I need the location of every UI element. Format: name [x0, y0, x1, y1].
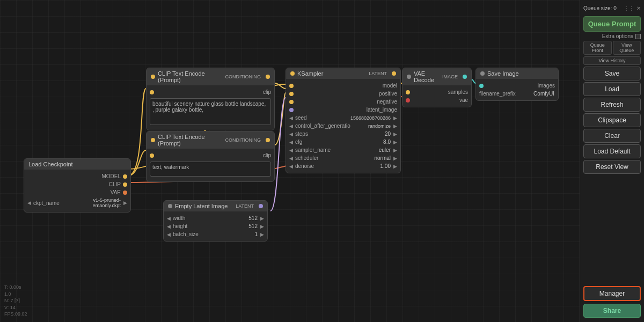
node-load-checkpoint-body: MODEL CLIP VAE ◀ ckpt_name v1-5-pruned-e…: [24, 170, 130, 212]
node-load-checkpoint-header: Load Checkpoint: [24, 159, 130, 170]
node-port-model: MODEL: [24, 172, 130, 180]
queue-view-row: Queue Front View Queue: [583, 41, 641, 55]
cfg-arrow-left[interactable]: ◀: [288, 140, 294, 145]
node-ksampler: KSampler LATENT model positive negative …: [286, 68, 401, 173]
height-arrow-left[interactable]: ◀: [166, 224, 172, 229]
steps-row: ◀ steps 20 ▶: [286, 130, 400, 138]
refresh-button[interactable]: Refresh: [583, 98, 641, 112]
control-arrow-right[interactable]: ▶: [392, 123, 398, 129]
node-clip-positive: CLIP Text Encode (Prompt) CONDITIONING c…: [146, 68, 275, 130]
node-empty-latent-title: Empty Latent Image: [175, 203, 228, 209]
node-clip-negative: CLIP Text Encode (Prompt) CONDITIONING c…: [146, 131, 275, 182]
extra-options-checkbox[interactable]: [635, 34, 641, 39]
steps-arrow-left[interactable]: ◀: [288, 131, 294, 137]
node-clip-negative-header: CLIP Text Encode (Prompt) CONDITIONING: [147, 131, 274, 149]
node-vae-decode-title: VAE Decode: [414, 70, 440, 83]
node-empty-latent: Empty Latent Image LATENT ◀ width 512 ▶ …: [163, 200, 268, 241]
clipspace-button[interactable]: Clipspace: [583, 113, 641, 127]
sampler-arrow-right[interactable]: ▶: [392, 148, 398, 153]
status-line2: 1.0: [4, 291, 27, 298]
clear-button[interactable]: Clear: [583, 129, 641, 143]
status-line3: N: 7 [7]: [4, 297, 27, 304]
status-line4: V: 14: [4, 304, 27, 311]
load-default-button[interactable]: Load Default: [583, 144, 641, 158]
node-ckpt-row: ◀ ckpt_name v1-5-pruned-emaonly.ckpt ▶: [24, 196, 130, 209]
node-clip-positive-header: CLIP Text Encode (Prompt) CONDITIONING: [147, 68, 274, 85]
vae-decode-dot: [407, 75, 411, 79]
seed-arrow-left[interactable]: ◀: [288, 115, 294, 121]
negative-prompt-text[interactable]: text, watermark: [150, 162, 271, 177]
ks-positive-dot: [289, 92, 294, 96]
port-conditioning-out-dot-pos: [266, 75, 270, 79]
port-latent-out-dot: [259, 204, 263, 208]
node-port-vae: VAE: [24, 188, 130, 196]
extra-options-label: Extra options: [602, 33, 633, 39]
node-clip-negative-title: CLIP Text Encode (Prompt): [158, 134, 223, 147]
width-arrow-left[interactable]: ◀: [166, 216, 172, 221]
port-vae-dot: [123, 191, 127, 195]
node-clip-positive-body: clip beautiful scenery nature glass bott…: [147, 85, 274, 130]
node-load-checkpoint-title: Load Checkpoint: [28, 161, 73, 167]
view-history-button[interactable]: View History: [583, 56, 641, 65]
batch-arrow-right[interactable]: ▶: [259, 232, 265, 237]
vae-samples-dot: [406, 90, 410, 94]
height-row: ◀ height 512 ▶: [164, 222, 267, 230]
seed-arrow-right[interactable]: ▶: [392, 115, 398, 121]
denoise-row: ◀ denoise 1.00 ▶: [286, 162, 400, 170]
sampler-row: ◀ sampler_name euler ▶: [286, 146, 400, 154]
cfg-arrow-right[interactable]: ▶: [392, 140, 398, 145]
node-empty-latent-body: ◀ width 512 ▶ ◀ height 512 ▶ ◀ batch_siz…: [164, 211, 267, 241]
save-button[interactable]: Save: [583, 67, 641, 80]
node-save-image-title: Save Image: [487, 70, 519, 77]
node-clip-positive-title: CLIP Text Encode (Prompt): [158, 70, 223, 83]
positive-prompt-text[interactable]: beautiful scenery nature glass bottle la…: [150, 98, 271, 125]
sampler-arrow-left[interactable]: ◀: [288, 148, 294, 153]
queue-size-label: Queue size: 0: [583, 5, 617, 11]
manager-button[interactable]: Manager: [583, 286, 641, 301]
scheduler-arrow-right[interactable]: ▶: [392, 156, 398, 161]
queue-icons: ⋮⋮ ✕: [624, 5, 641, 11]
node-empty-latent-header: Empty Latent Image LATENT: [164, 201, 267, 211]
port-clip-in-dot-neg: [151, 138, 155, 142]
node-save-image: Save Image images filename_prefix ComfyU…: [475, 68, 559, 101]
node-vae-decode-header: VAE Decode IMAGE: [402, 68, 471, 85]
reset-view-button[interactable]: Reset View: [583, 160, 641, 174]
node-vae-decode-body: samples vae: [402, 85, 471, 107]
node-clip-negative-body: clip text, watermark: [147, 149, 274, 181]
clip-in-port: [150, 90, 154, 94]
ckpt-arrow-left[interactable]: ◀: [26, 200, 32, 206]
ksampler-dot: [290, 71, 295, 76]
control-arrow-left[interactable]: ◀: [288, 123, 294, 129]
height-arrow-right[interactable]: ▶: [259, 224, 265, 229]
spacer: [583, 175, 641, 282]
denoise-arrow-right[interactable]: ▶: [392, 164, 398, 169]
right-panel: Queue size: 0 ⋮⋮ ✕ Queue Prompt Extra op…: [580, 0, 644, 322]
cfg-row: ◀ cfg 8.0 ▶: [286, 138, 400, 146]
scheduler-row: ◀ scheduler normal ▶: [286, 154, 400, 162]
ks-negative-dot: [289, 100, 294, 104]
queue-prompt-button[interactable]: Queue Prompt: [583, 16, 641, 32]
queue-front-button[interactable]: Queue Front: [583, 41, 612, 55]
control-row: ◀ control_after_generatio randomize ▶: [286, 122, 400, 130]
view-queue-button[interactable]: View Queue: [613, 41, 641, 55]
queue-header: Queue size: 0 ⋮⋮ ✕: [583, 4, 641, 12]
share-button[interactable]: Share: [583, 304, 641, 318]
batch-arrow-left[interactable]: ◀: [166, 232, 172, 237]
port-image-out-dot: [463, 75, 467, 79]
width-arrow-right[interactable]: ▶: [259, 216, 265, 221]
load-button[interactable]: Load: [583, 82, 641, 96]
clip-in-port-neg: [150, 153, 154, 158]
port-model-dot: [123, 174, 127, 179]
close-icon[interactable]: ✕: [636, 5, 641, 11]
save-images-dot: [479, 84, 484, 88]
ks-model-dot: [289, 84, 294, 88]
scheduler-arrow-left[interactable]: ◀: [288, 156, 294, 161]
empty-latent-dot: [168, 204, 172, 208]
port-latent-out-ks: [392, 71, 396, 76]
port-conditioning-out-dot-neg: [266, 138, 270, 142]
ckpt-arrow-right[interactable]: ▶: [122, 200, 128, 206]
extra-options-row: Extra options: [583, 33, 641, 39]
denoise-arrow-left[interactable]: ◀: [288, 164, 294, 169]
steps-arrow-right[interactable]: ▶: [392, 131, 398, 137]
ks-latent-dot: [289, 108, 294, 112]
